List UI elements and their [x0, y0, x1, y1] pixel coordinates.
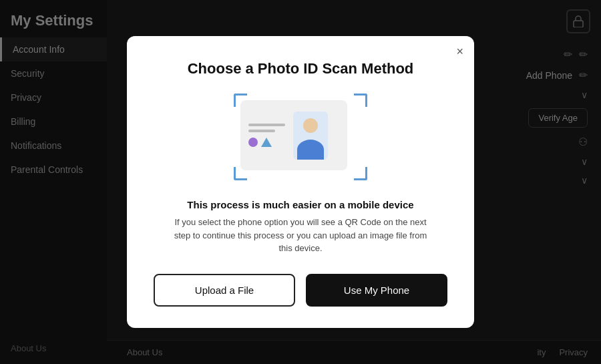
id-avatar: [293, 112, 328, 160]
id-line-1: [248, 124, 285, 126]
modal-close-button[interactable]: ×: [456, 45, 463, 57]
id-person-body: [297, 140, 324, 160]
id-scan-illustration: [234, 94, 367, 180]
id-lines: [248, 124, 285, 132]
upload-file-button[interactable]: Upload a File: [154, 274, 295, 307]
id-line-2: [248, 130, 275, 132]
modal-hint-body: If you select the phone option you will …: [174, 216, 427, 255]
id-shape-triangle: [261, 138, 272, 147]
modal-hint-title: This process is much easier on a mobile …: [187, 199, 413, 210]
scan-corner-br: [354, 167, 367, 180]
use-phone-button[interactable]: Use My Phone: [306, 274, 447, 307]
modal: × Choose a Photo ID Scan Method: [127, 36, 474, 328]
modal-title: Choose a Photo ID Scan Method: [188, 60, 414, 77]
scan-corner-tr: [354, 94, 367, 107]
id-card: [240, 100, 347, 170]
id-shape-circle: [248, 138, 258, 147]
modal-overlay[interactable]: × Choose a Photo ID Scan Method: [0, 0, 601, 364]
id-shapes: [248, 138, 285, 147]
id-person-head: [303, 118, 318, 133]
modal-actions: Upload a File Use My Phone: [154, 274, 447, 307]
id-card-left: [248, 124, 285, 147]
